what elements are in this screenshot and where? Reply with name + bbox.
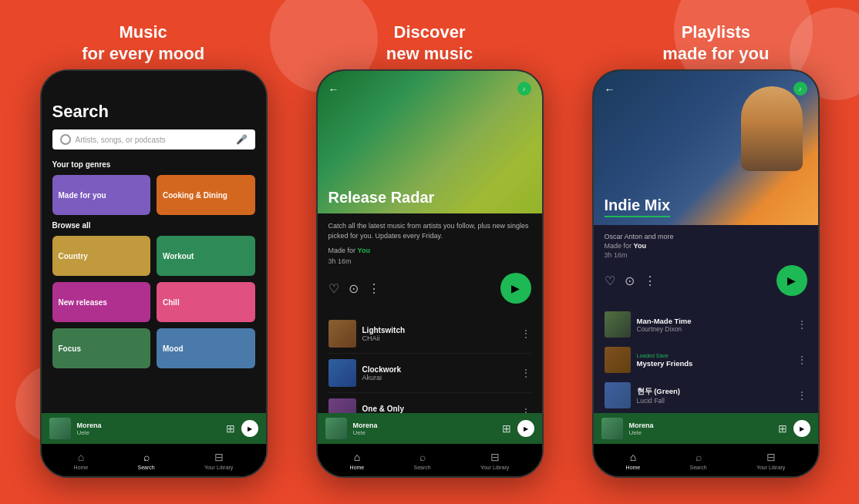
phone1-screen: Search Artists, songs, or podcasts 🎤 You…: [42, 71, 266, 476]
search-bar[interactable]: Artists, songs, or podcasts 🎤: [52, 129, 255, 150]
track-2-thumbnail: [328, 359, 356, 387]
player-song-title-3: Morena: [629, 422, 772, 429]
track3-1-more[interactable]: ⋮: [797, 318, 807, 331]
track3-2-badge: Loaded Save: [637, 353, 790, 358]
nav-library[interactable]: ⊟ Your Library: [204, 451, 234, 470]
track3-row-2: Loaded Save Mystery Friends ⋮: [605, 342, 807, 378]
track3-row-1: Man-Made Time Courtney Dixon ⋮: [605, 307, 807, 342]
top-genre-row: Made for you Cooking & Dining: [52, 175, 255, 215]
play-button-2[interactable]: ▶: [517, 420, 534, 437]
track-2-artist: Akurai: [362, 374, 514, 381]
track3-1-name: Man-Made Time: [637, 317, 790, 325]
player-controls-2: ⊞ ▶: [502, 420, 534, 437]
nav-search[interactable]: ⌕ Search: [137, 451, 154, 470]
panel3-heading: Playlists made for you: [600, 22, 831, 64]
browse-card-new-releases[interactable]: New releases: [52, 282, 151, 322]
player-artist-name-3: Uele: [629, 429, 772, 436]
home-icon-2: ⌂: [354, 451, 360, 463]
heart-icon[interactable]: ♡: [328, 281, 339, 296]
panel1-line2: for every mood: [28, 43, 259, 65]
nav-search-2[interactable]: ⌕ Search: [413, 451, 430, 470]
panel3-line1: Playlists: [600, 22, 831, 43]
browse-row-2: New releases Chill: [52, 282, 255, 322]
playlist-description: Catch all the latest music from artists …: [328, 221, 531, 240]
track-2-info: Clockwork Akurai: [362, 365, 514, 381]
browse-card-chill[interactable]: Chill: [157, 282, 255, 322]
phone3-bottom-nav: ⌂ Home ⌕ Search ⊟ Your Library: [594, 444, 818, 476]
browse-row-1: Country Workout: [52, 236, 255, 276]
phone2-content: Catch all the latest music from artists …: [318, 213, 542, 440]
panel1-heading: Music for every mood: [28, 22, 259, 64]
player-album-art: [49, 418, 71, 439]
genre-card-made-for-you[interactable]: Made for you: [52, 175, 151, 215]
heart-icon-3[interactable]: ♡: [605, 274, 615, 288]
mic-icon: 🎤: [236, 134, 248, 145]
nav-home-2[interactable]: ⌂ Home: [350, 451, 365, 470]
playback-controls-3: ♡ ⊙ ⋮ ▶: [605, 265, 807, 296]
download-icon-3[interactable]: ⊙: [625, 274, 635, 288]
phone2-player-bar: Morena Uele ⊞ ▶: [318, 413, 542, 444]
track3-3-info: 현두 (Green) Lucid Fall: [637, 387, 790, 405]
browse-card-workout[interactable]: Workout: [157, 236, 255, 276]
player-controls-3: ⊞ ▶: [778, 420, 810, 437]
genre-card-cooking[interactable]: Cooking & Dining: [157, 175, 255, 215]
release-radar-header: ← ♪ Release Radar: [318, 71, 542, 213]
more-icon[interactable]: ⋮: [368, 281, 380, 296]
play-button-big-3[interactable]: ▶: [776, 265, 807, 296]
search-nav-icon: ⌕: [143, 451, 150, 463]
track-row-2: Clockwork Akurai ⋮: [328, 354, 531, 393]
phones-row: Search Artists, songs, or podcasts 🎤 You…: [0, 69, 859, 478]
nav-library-2[interactable]: ⊟ Your Library: [480, 451, 510, 470]
devices-icon-3[interactable]: ⊞: [778, 422, 787, 435]
library-icon: ⊟: [214, 451, 224, 463]
more-icon-3[interactable]: ⋮: [644, 274, 656, 288]
player-album-art-2: [325, 418, 347, 439]
browse-all-label: Browse all: [52, 221, 255, 230]
back-button-3[interactable]: ←: [605, 83, 615, 96]
track3-2-more[interactable]: ⋮: [797, 354, 807, 366]
track-1-name: Lightswitch: [362, 326, 514, 334]
panel2-heading: Discover new music: [314, 22, 545, 64]
nav-search-3[interactable]: ⌕ Search: [689, 451, 706, 470]
indie-mix-title-block: Indie Mix: [605, 197, 671, 217]
devices-icon-2[interactable]: ⊞: [502, 422, 511, 435]
player-controls: ⊞ ▶: [226, 420, 258, 437]
nav-home[interactable]: ⌂ Home: [74, 451, 89, 470]
player-info: Morena Uele: [77, 422, 220, 436]
playlist-title-3: Indie Mix: [605, 197, 671, 214]
nav-library-3[interactable]: ⊟ Your Library: [756, 451, 786, 470]
download-icon[interactable]: ⊙: [349, 281, 359, 296]
search-nav-icon-3: ⌕: [696, 451, 702, 463]
browse-card-mood[interactable]: Mood: [157, 328, 255, 368]
track3-3-thumbnail: [605, 382, 631, 408]
nav-home-3[interactable]: ⌂ Home: [626, 451, 641, 470]
track3-3-more[interactable]: ⋮: [797, 389, 807, 402]
browse-card-country[interactable]: Country: [52, 236, 151, 276]
play-button-big[interactable]: ▶: [500, 273, 531, 304]
play-button-3[interactable]: ▶: [793, 420, 810, 437]
title-underline: [605, 216, 671, 217]
track3-1-info: Man-Made Time Courtney Dixon: [637, 317, 790, 333]
phone2-bottom-nav: ⌂ Home ⌕ Search ⊟ Your Library: [318, 444, 542, 476]
back-button[interactable]: ←: [328, 83, 339, 96]
player-artist-name: Uele: [77, 429, 220, 436]
spotify-logo-3: ♪: [793, 82, 807, 96]
phone-3: ← ♪ Indie Mix Oscar Anton and more Made …: [592, 69, 820, 478]
browse-card-focus[interactable]: Focus: [52, 328, 151, 368]
devices-icon[interactable]: ⊞: [226, 422, 235, 435]
track-1-artist: CHAii: [362, 334, 514, 342]
track3-3-artist: Lucid Fall: [637, 397, 790, 405]
track3-1-artist: Courtney Dixon: [637, 325, 790, 333]
track-1-more[interactable]: ⋮: [520, 328, 531, 340]
play-button[interactable]: ▶: [241, 420, 258, 437]
search-placeholder: Artists, songs, or podcasts: [76, 136, 231, 144]
player-song-title: Morena: [77, 422, 220, 429]
duration-3: 3h 16m: [605, 251, 807, 259]
track-3-name: One & Only: [362, 405, 514, 413]
browse-row-3: Focus Mood: [52, 328, 255, 368]
player-artist-name-2: Uele: [353, 429, 496, 436]
phone-2: ← ♪ Release Radar Catch all the latest m…: [316, 69, 544, 478]
track3-2-name: Mystery Friends: [637, 359, 790, 368]
indie-mix-header: ← ♪ Indie Mix: [594, 71, 818, 225]
track-2-more[interactable]: ⋮: [520, 367, 531, 379]
